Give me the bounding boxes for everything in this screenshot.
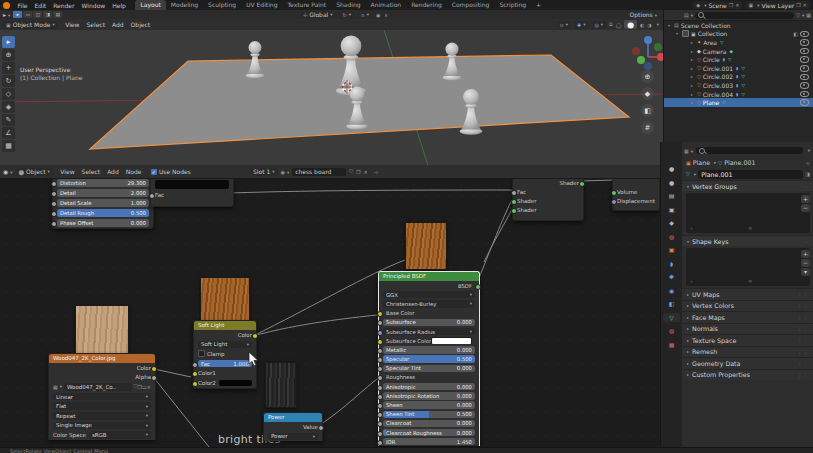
eye-icon[interactable] (800, 31, 809, 38)
collapsed-panel[interactable]: ▸ Remesh ⋮⋮ (682, 346, 813, 358)
chevron-down-icon[interactable]: ▾ (808, 148, 810, 153)
eye-icon[interactable] (800, 56, 809, 63)
unlink-icon[interactable]: ✕ (363, 169, 367, 175)
close-icon[interactable]: ✕ (735, 2, 739, 8)
outliner-item[interactable]: ▸ Circle (664, 55, 813, 64)
input-socket[interactable] (51, 211, 57, 217)
input-socket[interactable] (51, 181, 57, 187)
menu-item[interactable]: View (62, 21, 83, 28)
shading-dropdown-icon[interactable]: ▾ (657, 22, 659, 27)
material-output-node[interactable]: Volume Displacement (612, 178, 660, 211)
properties-tab-icon[interactable]: ▣ (664, 205, 679, 214)
input-socket[interactable] (149, 193, 155, 199)
object-data-icon[interactable] (741, 74, 744, 79)
properties-tab-icon[interactable]: ◍ (664, 232, 679, 241)
outliner-item[interactable]: ▸ Circle.003 (664, 81, 813, 90)
projection-dropdown[interactable]: Flat▾ (53, 402, 151, 410)
eye-icon[interactable] (800, 65, 809, 72)
object-data-icon[interactable] (722, 100, 725, 105)
math-node[interactable]: Power Value Power▾ (263, 412, 323, 441)
input-socket[interactable] (377, 311, 383, 317)
collapsed-panel[interactable]: ▸ UV Maps ⋮⋮ (682, 288, 813, 300)
material-slot-dropdown[interactable]: Slot 1▾ (250, 168, 278, 176)
shader-editor-canvas[interactable]: bright tiles Distortion29.300 Detail2.00… (0, 178, 660, 447)
panel-grip-icon[interactable]: ⋮⋮ (797, 337, 809, 343)
input-socket[interactable] (192, 371, 198, 377)
input-socket[interactable] (377, 339, 383, 345)
remove-button[interactable]: − (801, 259, 810, 267)
pin-icon[interactable]: ⊹ (806, 160, 810, 166)
menu-item[interactable]: Object (127, 21, 154, 28)
input-socket[interactable] (377, 330, 383, 336)
panel-grip-icon[interactable]: ⋮⋮ (797, 314, 809, 320)
panel-grip-icon[interactable]: ⋮⋮ (797, 326, 809, 332)
input-socket[interactable] (511, 199, 517, 205)
list-grip[interactable]: ≡ (748, 278, 752, 284)
outliner-item[interactable]: ▸ Circle.001 (664, 64, 813, 73)
input-socket[interactable] (192, 381, 198, 387)
object-name[interactable]: Circle.002 (703, 73, 733, 80)
eye-icon[interactable] (800, 82, 809, 89)
input-socket[interactable] (377, 366, 383, 372)
object-name[interactable]: Circle.001 (703, 65, 733, 72)
input-socket[interactable] (51, 221, 57, 227)
viewport-nav-icon[interactable]: ⊕ (641, 70, 654, 83)
eye-icon[interactable] (800, 91, 809, 98)
outliner-item[interactable]: ▸ Circle.002 (664, 73, 813, 82)
workspace-tab[interactable]: + (531, 0, 546, 10)
outliner-collection[interactable]: ▾ ▣ Collection ◧ (664, 30, 813, 39)
menu-item[interactable]: Select (83, 21, 109, 28)
node-header[interactable]: Power (264, 413, 322, 422)
principled-row[interactable]: Subsurface Color ▾ (379, 336, 479, 345)
viewport-nav-icon[interactable]: ◆ (641, 87, 654, 100)
pin-icon[interactable]: ⊹ (375, 169, 379, 175)
viewport-tool-icon[interactable]: ⊕ (2, 49, 15, 61)
input-socket[interactable] (611, 190, 617, 196)
input-socket[interactable] (377, 348, 383, 354)
viewport-tool-icon[interactable]: + (2, 62, 15, 74)
principled-row[interactable]: GGX ▾ (379, 290, 479, 299)
collection-checkbox[interactable] (682, 30, 689, 37)
menu-item[interactable]: Window (78, 2, 109, 9)
output-socket[interactable] (579, 181, 585, 187)
scene-name[interactable]: Scene (708, 2, 726, 9)
tool-icon-2[interactable]: ◫ (33, 11, 42, 18)
image-texture-node[interactable]: Wood047_2K_Color.jpg Color Alpha ▦▾ Wood… (48, 353, 156, 440)
nav-gizmo[interactable] (632, 36, 663, 70)
color-swatch[interactable] (155, 180, 229, 189)
properties-tab-icon[interactable]: ◍ (664, 326, 679, 335)
workspace-tab[interactable]: Sculpting (203, 0, 241, 10)
input-socket[interactable] (377, 440, 383, 446)
principled-row[interactable]: Roughness ▾ (379, 373, 479, 382)
principled-row[interactable]: Christensen-Burley ▾ (379, 299, 479, 308)
input-socket[interactable] (377, 431, 383, 437)
mode-dropdown[interactable]: ▣ Object Mode▾ (3, 21, 58, 29)
shading-rendered-icon[interactable]: ◑ (647, 22, 651, 28)
properties-tab-icon[interactable]: ● (664, 164, 679, 173)
panel-grip-icon[interactable]: ⋮⋮ (797, 372, 809, 378)
menu-item[interactable]: Help (109, 2, 130, 9)
vertex-groups-list[interactable]: + − ＋ ≡ (686, 193, 810, 233)
node-header[interactable]: Principled BSDF (379, 272, 479, 281)
new-scene-icon[interactable]: ❐ (729, 2, 733, 8)
outliner-item[interactable]: ▸ Plane (664, 98, 813, 107)
workspace-tab[interactable]: Texture Paint (282, 0, 331, 10)
properties-tab-icon[interactable]: ◉ (664, 286, 679, 295)
modifier-wrench-icon[interactable] (736, 74, 738, 79)
shading-wireframe-icon[interactable]: ◯ (616, 22, 622, 28)
object-name[interactable]: Area (703, 39, 717, 46)
principled-row[interactable]: Specular Tint 0.000 ▾ (379, 364, 479, 373)
color-swatch[interactable] (431, 337, 472, 344)
input-socket[interactable] (192, 362, 198, 368)
output-socket[interactable] (252, 333, 258, 339)
menu-item[interactable]: File (14, 2, 31, 9)
blender-logo-icon[interactable] (3, 2, 10, 9)
object-name[interactable]: Circle.004 (703, 91, 733, 98)
principled-row[interactable]: Sheen Tint 0.500 ▾ (379, 410, 479, 419)
properties-tab-icon[interactable]: ◆ (664, 218, 679, 227)
tool-icon-select[interactable]: ▸ (13, 11, 22, 18)
view-layer-name[interactable]: View Layer (761, 2, 794, 9)
menu-item[interactable]: View (57, 168, 78, 175)
object-name[interactable]: Circle (703, 56, 720, 63)
properties-tab-icon[interactable]: ▦ (664, 340, 679, 349)
